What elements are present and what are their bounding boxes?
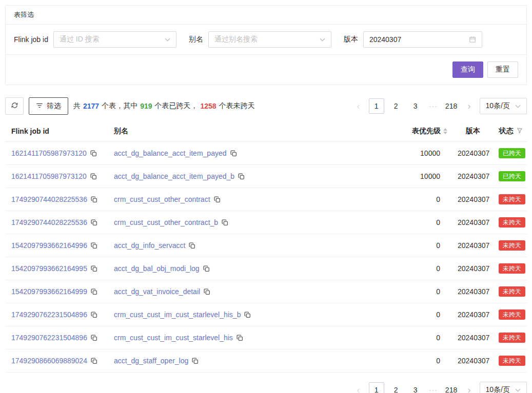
filter-lines-icon: [36, 102, 43, 111]
status-badge: 未跨天: [499, 217, 525, 227]
copy-icon[interactable]: [214, 196, 221, 203]
page-button-last[interactable]: 218: [444, 382, 459, 393]
flink-job-id-link[interactable]: 1749290744028225536: [11, 218, 87, 226]
table-row: 1542097993662164996 acct_dg_info_servacc…: [5, 234, 527, 257]
page-button-1[interactable]: 1: [369, 98, 384, 114]
table-header-row: Flink job id 别名 表优先级 版本 状态: [5, 121, 527, 142]
total-count: 2177: [83, 102, 99, 110]
sort-icon[interactable]: [443, 128, 447, 134]
flink-job-id-link[interactable]: 1542097993662164996: [11, 241, 87, 250]
copy-icon[interactable]: [244, 312, 251, 318]
uncrossed-count: 1258: [201, 102, 216, 110]
flink-job-id-label: Flink job id: [14, 35, 48, 44]
flink-job-id-select[interactable]: 通过 ID 搜索: [53, 31, 176, 48]
page-size-select[interactable]: 10条/页: [480, 98, 527, 114]
alias-link[interactable]: crm_cust_cust_im_cust_starlevel_his: [114, 334, 233, 342]
version-date-input[interactable]: [369, 35, 457, 44]
column-header-priority[interactable]: 表优先级: [359, 121, 451, 142]
copy-icon[interactable]: [91, 288, 97, 295]
table-toolbar: 筛选 共 2177 个表，其中 919 个表已跨天， 1258 个表未跨天 ‹ …: [5, 97, 527, 115]
copy-icon[interactable]: [192, 358, 199, 364]
copy-icon[interactable]: [238, 173, 245, 180]
table-row: 1749290744028225536 crm_cust_cust_other_…: [5, 188, 527, 211]
version-value: 20240307: [451, 234, 492, 257]
alias-field: 别名 通过别名搜索: [189, 31, 331, 48]
alias-placeholder: 通过别名搜索: [214, 35, 258, 44]
table-row: 1542097993662164999 acct_dg_vat_invoice_…: [5, 280, 527, 303]
page-button-2[interactable]: 2: [388, 98, 404, 114]
version-date-picker[interactable]: [363, 31, 482, 48]
alias-label: 别名: [189, 35, 203, 44]
alias-select[interactable]: 通过别名搜索: [208, 31, 331, 48]
copy-icon[interactable]: [90, 150, 97, 157]
filter-actions: 查询 重置: [6, 55, 526, 85]
flink-job-id-link[interactable]: 1749290762231504896: [11, 311, 87, 319]
query-button[interactable]: 查询: [452, 61, 483, 78]
flink-job-id-link[interactable]: 1621411705987973120: [11, 149, 87, 157]
version-value: 20240307: [451, 211, 492, 234]
priority-value: 10000: [359, 142, 451, 165]
tables-table: Flink job id 别名 表优先级 版本 状态 1621411705987…: [5, 121, 527, 373]
copy-icon[interactable]: [90, 173, 97, 180]
filter-toggle-button[interactable]: 筛选: [29, 97, 68, 115]
flink-job-id-link[interactable]: 1749290744028225536: [11, 195, 87, 203]
alias-link[interactable]: acct_dg_info_servacct: [114, 241, 185, 250]
reset-button[interactable]: 重置: [487, 61, 518, 78]
copy-icon[interactable]: [189, 242, 195, 249]
page-size-value: 10条/页: [486, 101, 510, 111]
alias-link[interactable]: crm_cust_cust_im_cust_starlevel_his_b: [114, 311, 241, 319]
flink-job-id-link[interactable]: 1542097993662164999: [11, 287, 87, 296]
copy-icon[interactable]: [222, 219, 228, 226]
pagination-bottom: ‹ 1 2 3 ··· 218 › 10条/页: [352, 382, 527, 393]
page-ellipsis: ···: [427, 102, 440, 110]
prev-page-button[interactable]: ‹: [352, 99, 365, 113]
priority-value: 10000: [359, 165, 451, 188]
copy-icon[interactable]: [237, 335, 243, 341]
next-page-button[interactable]: ›: [463, 383, 476, 393]
page-button-2[interactable]: 2: [388, 382, 404, 393]
calendar-icon: [469, 36, 476, 43]
chevron-down-icon: [515, 105, 521, 108]
status-badge: 未跨天: [499, 356, 525, 366]
page-button-1[interactable]: 1: [369, 382, 384, 393]
copy-icon[interactable]: [204, 288, 210, 295]
flink-job-id-link[interactable]: 1749290762231504896: [11, 334, 87, 342]
table-row: 1749290744028225536 crm_cust_cust_other_…: [5, 211, 527, 234]
page-button-3[interactable]: 3: [408, 382, 423, 393]
column-header-alias: 别名: [108, 121, 359, 142]
filter-funnel-icon[interactable]: [517, 128, 523, 134]
copy-icon[interactable]: [91, 312, 97, 318]
alias-link[interactable]: acct_dg_staff_oper_log: [114, 357, 188, 365]
next-page-button[interactable]: ›: [463, 99, 476, 113]
alias-link[interactable]: acct_dg_balance_acct_item_payed_b: [114, 172, 234, 180]
version-value: 20240307: [451, 188, 492, 211]
copy-icon[interactable]: [91, 358, 97, 364]
page-button-last[interactable]: 218: [444, 98, 459, 114]
copy-icon[interactable]: [230, 150, 237, 157]
alias-link[interactable]: acct_dg_balance_acct_item_payed: [114, 149, 227, 157]
alias-link[interactable]: crm_cust_cust_other_contract_b: [114, 218, 218, 226]
flink-job-id-link[interactable]: 1749290866069889024: [11, 357, 87, 365]
copy-icon[interactable]: [91, 265, 97, 272]
refresh-button[interactable]: [5, 97, 24, 115]
alias-link[interactable]: crm_cust_cust_other_contract: [114, 195, 210, 203]
copy-icon[interactable]: [91, 242, 97, 249]
copy-icon[interactable]: [203, 265, 210, 272]
flink-job-id-link[interactable]: 1542097993662164995: [11, 264, 87, 273]
status-header-label: 状态: [499, 127, 514, 135]
prev-page-button[interactable]: ‹: [352, 383, 365, 393]
page-size-select[interactable]: 10条/页: [480, 382, 527, 393]
flink-job-id-link[interactable]: 1621411705987973120: [11, 172, 87, 180]
priority-value: 0: [359, 349, 451, 373]
column-header-version: 版本: [451, 121, 492, 142]
version-value: 20240307: [451, 257, 492, 280]
copy-icon[interactable]: [91, 335, 97, 341]
copy-icon[interactable]: [91, 196, 97, 203]
table-row: 1749290762231504896 crm_cust_cust_im_cus…: [5, 303, 527, 326]
alias-link[interactable]: acct_dg_bal_obj_modi_log: [114, 264, 200, 273]
alias-link[interactable]: acct_dg_vat_invoice_detail: [114, 287, 200, 296]
chevron-down-icon: [515, 388, 521, 392]
status-badge: 已跨天: [499, 148, 525, 158]
copy-icon[interactable]: [91, 219, 97, 226]
page-button-3[interactable]: 3: [408, 98, 423, 114]
